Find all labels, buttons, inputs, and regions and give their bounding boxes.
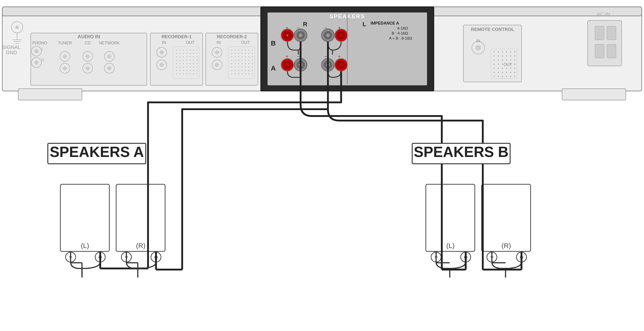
svg-point-138 — [242, 63, 242, 64]
svg-point-110 — [242, 50, 242, 50]
svg-point-81 — [190, 67, 190, 67]
svg-point-134 — [252, 60, 253, 61]
svg-point-223 — [502, 55, 503, 57]
svg-point-149 — [231, 70, 232, 71]
svg-point-131 — [242, 60, 242, 61]
svg-point-256 — [514, 76, 515, 77]
svg-rect-261 — [607, 44, 616, 58]
svg-point-239 — [494, 68, 495, 69]
svg-point-248 — [506, 72, 507, 73]
svg-point-151 — [238, 70, 239, 71]
svg-point-143 — [235, 67, 236, 67]
svg-point-234 — [498, 64, 499, 65]
svg-point-108 — [235, 50, 236, 50]
svg-text:TUNER: TUNER — [58, 41, 72, 45]
svg-point-187 — [326, 33, 330, 37]
svg-point-208 — [339, 63, 343, 67]
svg-rect-257 — [588, 20, 622, 66]
svg-point-47 — [193, 50, 194, 50]
svg-point-95 — [190, 73, 190, 74]
svg-point-120 — [252, 53, 253, 54]
svg-point-116 — [238, 53, 239, 54]
svg-text:R: R — [42, 58, 44, 62]
svg-point-79 — [183, 67, 184, 67]
svg-text:RECORDER-2: RECORDER-2 — [217, 34, 247, 39]
svg-point-162 — [252, 73, 253, 74]
svg-point-74 — [190, 63, 190, 64]
svg-point-121 — [231, 56, 232, 57]
svg-point-227 — [494, 60, 495, 61]
svg-point-222 — [498, 55, 499, 57]
svg-point-132 — [245, 60, 246, 61]
svg-point-184 — [299, 33, 302, 37]
svg-text:IN: IN — [162, 40, 166, 45]
svg-point-250 — [514, 72, 515, 73]
svg-point-46 — [190, 50, 190, 50]
svg-point-251 — [494, 76, 495, 77]
svg-point-109 — [238, 50, 239, 50]
speaker-b-right-label: (R) — [502, 242, 511, 249]
ac-in-label: AC IN — [597, 11, 610, 17]
svg-point-92 — [180, 73, 180, 74]
svg-rect-263 — [60, 184, 109, 251]
svg-point-129 — [235, 60, 236, 61]
svg-point-90 — [196, 70, 198, 71]
svg-point-83 — [196, 67, 198, 67]
svg-point-30 — [107, 54, 111, 58]
svg-point-157 — [235, 73, 236, 74]
svg-text:L: L — [362, 21, 366, 27]
svg-point-115 — [235, 53, 236, 54]
svg-point-213 — [476, 45, 481, 50]
svg-point-137 — [238, 63, 239, 64]
svg-point-152 — [242, 70, 242, 71]
svg-point-59 — [186, 56, 187, 57]
svg-point-51 — [183, 53, 184, 54]
svg-text:+: + — [286, 33, 288, 37]
svg-point-60 — [190, 56, 190, 57]
svg-text:IN: IN — [476, 39, 480, 43]
gnd-label: GND — [6, 50, 17, 55]
svg-point-155 — [252, 70, 253, 71]
svg-rect-209 — [464, 25, 522, 82]
svg-point-70 — [176, 63, 177, 64]
svg-text:−: − — [297, 54, 300, 59]
svg-point-89 — [193, 70, 194, 71]
svg-point-82 — [193, 67, 194, 67]
svg-point-78 — [180, 67, 180, 67]
svg-point-93 — [183, 73, 184, 74]
svg-point-148 — [252, 67, 253, 67]
svg-point-161 — [248, 73, 249, 74]
svg-point-97 — [196, 73, 198, 74]
svg-point-141 — [252, 63, 253, 64]
svg-point-42 — [176, 50, 177, 50]
svg-point-226 — [514, 55, 515, 57]
svg-point-24 — [63, 66, 67, 70]
svg-point-88 — [190, 70, 190, 71]
svg-text:OUT: OUT — [241, 40, 250, 45]
svg-point-96 — [193, 73, 194, 74]
svg-point-147 — [248, 67, 249, 67]
svg-point-232 — [514, 60, 515, 61]
svg-rect-98 — [206, 33, 258, 85]
svg-point-64 — [180, 60, 180, 61]
svg-point-56 — [176, 56, 177, 57]
svg-point-32 — [107, 66, 111, 70]
svg-point-80 — [186, 67, 187, 67]
svg-point-43 — [180, 50, 180, 50]
svg-point-125 — [245, 56, 246, 57]
svg-point-94 — [186, 73, 187, 74]
svg-point-133 — [248, 60, 249, 61]
svg-point-144 — [238, 67, 239, 67]
svg-rect-3 — [562, 89, 626, 100]
svg-point-117 — [242, 53, 242, 54]
svg-point-199 — [286, 63, 289, 67]
svg-point-86 — [183, 70, 184, 71]
svg-point-246 — [498, 72, 499, 73]
svg-point-57 — [180, 56, 180, 57]
svg-point-44 — [183, 50, 184, 50]
svg-point-118 — [245, 53, 246, 54]
svg-point-77 — [176, 67, 177, 67]
svg-point-111 — [245, 50, 246, 50]
svg-point-229 — [502, 60, 503, 61]
svg-text:NETWORK: NETWORK — [99, 41, 120, 45]
